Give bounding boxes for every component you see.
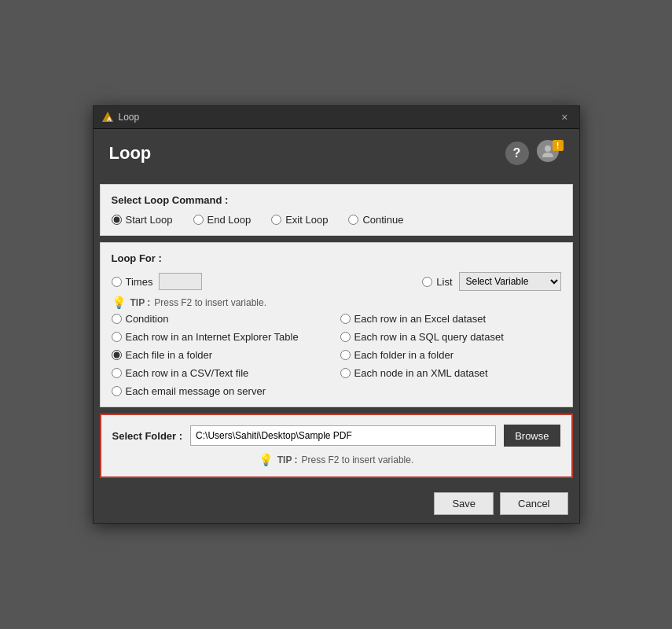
folder-row: Select Folder : Browse	[112, 425, 560, 447]
header: Loop ? !	[94, 129, 579, 178]
radio-continue[interactable]: Continue	[348, 214, 403, 226]
radio-sql-dataset[interactable]: Each row in a SQL query dataset	[340, 331, 561, 343]
dialog-title: Loop	[109, 143, 152, 164]
radio-ie-table[interactable]: Each row in an Internet Explorer Table	[112, 331, 332, 343]
title-bar-left: A Loop	[101, 111, 140, 123]
svg-text:A: A	[107, 116, 112, 123]
folder-input[interactable]	[190, 425, 496, 446]
times-row: Times	[112, 273, 203, 290]
tip-bulb-folder-icon: 💡	[259, 453, 274, 467]
list-row: List Select Variable	[422, 272, 560, 291]
radio-condition[interactable]: Condition	[112, 313, 332, 325]
footer: Save Cancel	[94, 484, 579, 523]
browse-button[interactable]: Browse	[504, 425, 560, 447]
radio-end-loop[interactable]: End Loop	[193, 214, 252, 226]
tip-row-times: 💡 TIP : Press F2 to insert variable.	[112, 296, 561, 310]
close-button[interactable]: ×	[558, 111, 571, 123]
help-button[interactable]: ?	[505, 142, 529, 165]
main-window: A Loop × Loop ? ! Select Loop Command :	[93, 105, 580, 524]
app-icon: A	[101, 111, 114, 123]
loop-for-title: Loop For :	[112, 252, 561, 264]
radio-times[interactable]: Times	[112, 276, 153, 288]
tip-row-folder: 💡 TIP : Press F2 to insert variable.	[112, 453, 560, 467]
svg-point-2	[545, 145, 551, 152]
radio-excel-dataset[interactable]: Each row in an Excel dataset	[340, 313, 561, 325]
radio-folder-in-folder[interactable]: Each folder in a folder	[340, 349, 561, 361]
loop-command-section: Select Loop Command : Start Loop End Loo…	[100, 184, 573, 236]
radio-exit-loop[interactable]: Exit Loop	[271, 214, 328, 226]
radio-email-server[interactable]: Each email message on server	[112, 385, 332, 397]
title-bar-text: Loop	[119, 112, 140, 123]
radio-xml-dataset[interactable]: Each node in an XML dataset	[340, 367, 561, 379]
notification-badge: !	[553, 140, 564, 151]
list-select[interactable]: Select Variable	[459, 272, 561, 291]
loop-for-grid: Condition Each row in an Excel dataset E…	[112, 313, 561, 397]
cancel-button[interactable]: Cancel	[500, 492, 567, 515]
tip-bulb-icon: 💡	[112, 296, 127, 310]
times-input[interactable]	[159, 273, 202, 290]
radio-csv-file[interactable]: Each row in a CSV/Text file	[112, 367, 332, 379]
header-icons: ? !	[505, 140, 564, 167]
loop-command-options: Start Loop End Loop Exit Loop Continue	[112, 214, 561, 226]
radio-list[interactable]: List	[422, 276, 452, 288]
title-bar: A Loop ×	[94, 106, 579, 129]
notification-button[interactable]: !	[537, 140, 564, 167]
radio-start-loop[interactable]: Start Loop	[112, 214, 173, 226]
folder-label: Select Folder :	[112, 430, 183, 442]
loop-command-title: Select Loop Command :	[112, 194, 561, 206]
select-folder-section: Select Folder : Browse 💡 TIP : Press F2 …	[100, 414, 573, 478]
save-button[interactable]: Save	[434, 492, 494, 515]
radio-file-in-folder[interactable]: Each file in a folder	[112, 349, 332, 361]
loop-for-section: Loop For : Times List Select Variable	[100, 242, 573, 407]
